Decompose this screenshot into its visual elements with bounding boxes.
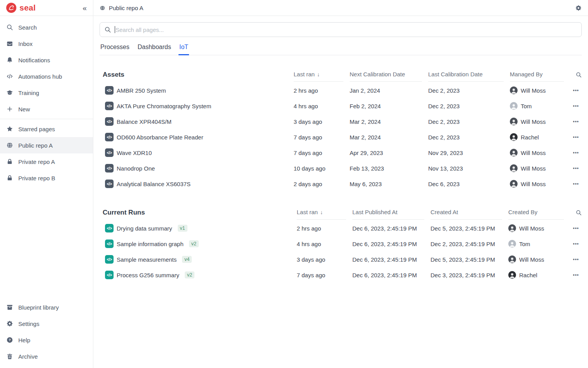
brand-logo[interactable]: seal [6, 3, 36, 13]
sidebar-item-private-repo-b[interactable]: Private repo B [0, 170, 93, 186]
sidebar-item-archive[interactable]: Archive [0, 348, 93, 364]
search-input[interactable] [100, 22, 582, 37]
run-table-row[interactable]: </> Sample information graph v2 4 hrs ag… [103, 236, 582, 252]
asset-table-row[interactable]: </> Wave XDR10 7 days ago Apr 29, 2023 N… [103, 145, 582, 160]
tab-iot[interactable]: IoT [178, 42, 189, 55]
created-by-name: Rachel [519, 272, 537, 278]
created-by-name: Will Moss [519, 256, 544, 263]
last-published-value: Dec 6, 2023, 2:45:19 PM [352, 241, 424, 247]
row-menu-button[interactable]: ••• [573, 88, 579, 93]
asset-table-row[interactable]: </> OD600 Absorbance Plate Reader 7 days… [103, 129, 582, 145]
table-search-button[interactable] [576, 72, 582, 82]
last-calibration-value: Nov 13, 2023 [428, 165, 504, 172]
column-header-next-calibration-date[interactable]: Next Calibration Date [350, 71, 422, 82]
table-search-button[interactable] [576, 210, 582, 220]
asset-name: Balance XPR404S/M [117, 118, 172, 125]
row-menu-button[interactable]: ••• [573, 166, 579, 171]
sidebar-item-label: Starred pages [18, 126, 55, 132]
sidebar-item-private-repo-a[interactable]: Private repo A [0, 153, 93, 170]
column-header-last-ran[interactable]: Last ran↓ [294, 71, 343, 82]
managed-by-name: Will Moss [521, 87, 546, 94]
sidebar-item-training[interactable]: Training [0, 85, 93, 101]
last-calibration-value: Dec 2, 2023 [428, 103, 504, 109]
row-menu-button[interactable]: ••• [573, 257, 579, 262]
row-menu-button[interactable]: ••• [573, 181, 579, 187]
created-at-value: Dec 5, 2023, 2:45:19 PM [430, 225, 502, 232]
sidebar-item-search[interactable]: Search [0, 19, 93, 35]
code-page-icon: </> [105, 102, 114, 110]
run-table-row[interactable]: </> Sample measurements v4 3 days ago De… [103, 252, 582, 267]
sidebar-item-public-repo-a[interactable]: Public repo A [0, 137, 93, 153]
inbox-icon [6, 40, 13, 47]
asset-name: Analytical Balance XS6037S [117, 181, 191, 187]
settings-gear-button[interactable] [575, 5, 582, 11]
avatar [508, 224, 516, 232]
managed-by-name: Tom [521, 103, 532, 109]
last-calibration-value: Dec 2, 2023 [428, 118, 504, 125]
sidebar-item-notifications[interactable]: Notifications [0, 52, 93, 68]
avatar [508, 271, 516, 279]
row-menu-button[interactable]: ••• [573, 119, 579, 124]
collapse-sidebar-icon[interactable]: « [82, 4, 87, 12]
next-calibration-value: Apr 29, 2023 [350, 150, 422, 156]
sidebar-item-label: New [18, 106, 30, 113]
search-icon [104, 26, 111, 33]
search-icon [576, 210, 582, 216]
sidebar-item-inbox[interactable]: Inbox [0, 35, 93, 52]
sidebar-item-settings[interactable]: Settings [0, 315, 93, 332]
asset-table-row[interactable]: </> AKTA Pure Chromatography System 4 hr… [103, 98, 582, 114]
asset-table-row[interactable]: </> Balance XPR404S/M 3 days ago Mar 2, … [103, 114, 582, 129]
asset-table-row[interactable]: </> Analytical Balance XS6037S 2 days ag… [103, 176, 582, 192]
row-menu-button[interactable]: ••• [573, 150, 579, 155]
code-page-icon: </> [105, 255, 114, 264]
tab-bar: Processes Dashboards IoT [100, 42, 582, 55]
globe-icon [100, 5, 105, 11]
row-menu-button[interactable]: ••• [573, 272, 579, 278]
row-menu-button[interactable]: ••• [573, 241, 579, 247]
column-header-created-by[interactable]: Created By [508, 209, 564, 220]
run-table-row[interactable]: </> Process G256 summary v2 7 days ago D… [103, 267, 582, 283]
avatar [510, 180, 518, 188]
gear-icon [6, 320, 13, 327]
asset-table-row[interactable]: </> AMBR 250 System 2 hrs ago Jan 2, 202… [103, 83, 582, 98]
asset-name: AKTA Pure Chromatography System [117, 103, 211, 109]
sidebar-item-label: Public repo A [18, 142, 52, 149]
row-menu-button[interactable]: ••• [573, 103, 579, 109]
sidebar-item-label: Automations hub [18, 73, 62, 80]
column-header-last-calibration-date[interactable]: Last Calibration Date [428, 71, 504, 82]
row-menu-button[interactable]: ••• [573, 134, 579, 140]
avatar [510, 149, 518, 157]
last-ran-value: 7 days ago [294, 150, 343, 156]
asset-table-row[interactable]: </> Nanodrop One 10 days ago Feb 13, 202… [103, 160, 582, 176]
column-header-last-ran[interactable]: Last ran↓ [297, 209, 346, 220]
sidebar-item-label: Help [18, 337, 30, 343]
sort-desc-icon: ↓ [320, 209, 323, 215]
sidebar-item-new[interactable]: New [0, 101, 93, 117]
run-table-row[interactable]: </> Drying data summary v1 2 hrs ago Dec… [103, 220, 582, 236]
section-title: Current Runs [103, 209, 290, 220]
version-badge: v2 [189, 240, 199, 247]
sidebar-item-label: Archive [18, 353, 38, 360]
sidebar-item-starred-pages[interactable]: Starred pages [0, 121, 93, 137]
sidebar-item-label: Private repo B [18, 175, 55, 181]
sidebar-item-help[interactable]: Help [0, 332, 93, 348]
column-header-managed-by[interactable]: Managed By [510, 71, 564, 82]
sidebar-nav: Search Inbox Notifications Automations h… [0, 16, 93, 186]
column-header-created-at[interactable]: Created At [430, 209, 502, 220]
avatar [508, 240, 516, 248]
asset-name: OD600 Absorbance Plate Reader [117, 134, 203, 141]
row-menu-button[interactable]: ••• [573, 225, 579, 231]
tab-processes[interactable]: Processes [100, 42, 130, 55]
sidebar-item-automations-hub[interactable]: Automations hub [0, 68, 93, 85]
sidebar: seal « Search Inbox Notifications Automa… [0, 0, 93, 368]
tab-dashboards[interactable]: Dashboards [137, 42, 172, 55]
assets-table-body: </> AMBR 250 System 2 hrs ago Jan 2, 202… [103, 83, 582, 192]
gear-icon [575, 5, 582, 11]
next-calibration-value: May 6, 2023 [350, 181, 422, 187]
page-title: Public repo A [100, 5, 143, 11]
next-calibration-value: Feb 13, 2023 [350, 165, 422, 172]
sidebar-item-blueprint-library[interactable]: Blueprint library [0, 299, 93, 315]
column-header-last-published-at[interactable]: Last Published At [352, 209, 424, 220]
brand-name: seal [19, 3, 36, 12]
sidebar-footer: Blueprint library Settings Help Archive [0, 299, 93, 368]
